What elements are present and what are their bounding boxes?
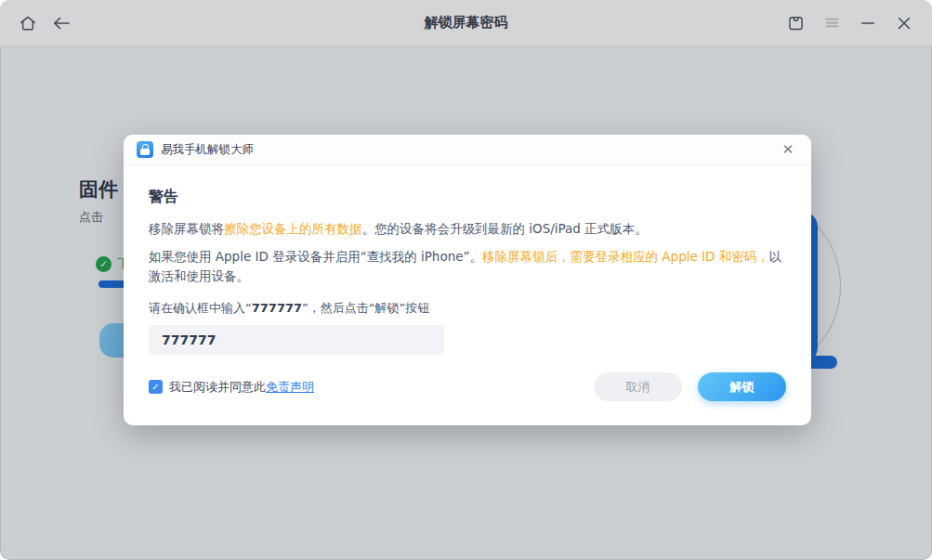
agree-label: 我已阅读并同意此免责声明	[169, 379, 314, 396]
dialog-footer: ✓ 我已阅读并同意此免责声明 取消 解锁	[149, 372, 786, 401]
warning-paragraph-1: 移除屏幕锁将擦除您设备上的所有数据。您的设备将会升级到最新的 iOS/iPad …	[149, 219, 786, 239]
dialog-title: 警告	[149, 188, 786, 207]
dialog-app-name: 易我手机解锁大师	[161, 142, 254, 158]
app-window: 固件 点击 ✓ 下载 解锁屏幕密码	[0, 0, 932, 560]
disclaimer-link[interactable]: 免责声明	[266, 380, 314, 394]
confirm-code: 777777	[252, 301, 302, 315]
confirm-instruction: 请在确认框中输入“777777”，然后点击“解锁”按钮	[149, 300, 786, 317]
dialog-close-button[interactable]: ✕	[778, 139, 798, 160]
cancel-button[interactable]: 取消	[594, 372, 682, 401]
dialog-body: 警告 移除屏幕锁将擦除您设备上的所有数据。您的设备将会升级到最新的 iOS/iP…	[124, 188, 811, 355]
erase-data-highlight: 擦除您设备上的所有数据	[224, 221, 362, 236]
dialog-header: 易我手机解锁大师 ✕	[124, 135, 811, 165]
warning-paragraph-2: 如果您使用 Apple ID 登录设备并启用“查找我的 iPhone”。移除屏幕…	[149, 247, 786, 286]
unlock-button[interactable]: 解锁	[698, 372, 786, 401]
confirm-code-input[interactable]	[149, 325, 444, 355]
app-lock-icon	[137, 141, 153, 158]
agree-checkbox[interactable]: ✓	[149, 380, 163, 394]
warning-dialog: 易我手机解锁大师 ✕ 警告 移除屏幕锁将擦除您设备上的所有数据。您的设备将会升级…	[124, 135, 811, 425]
apple-id-highlight: 移除屏幕锁后，需要登录相应的 Apple ID 和密码，	[482, 249, 769, 264]
